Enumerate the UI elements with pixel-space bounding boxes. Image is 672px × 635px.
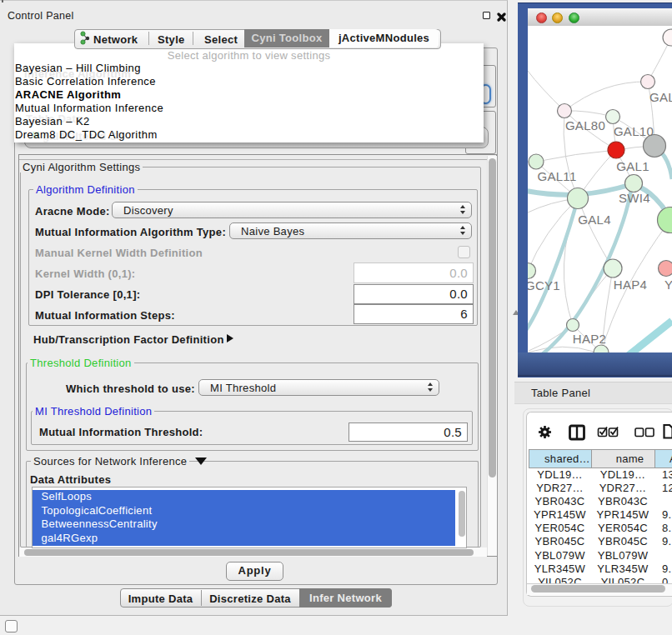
svg-text:GCY1: GCY1 bbox=[528, 278, 560, 292]
svg-text:SWI4: SWI4 bbox=[619, 191, 650, 205]
svg-text:GAL7: GAL7 bbox=[649, 90, 672, 104]
svg-text:HAP2: HAP2 bbox=[573, 332, 606, 346]
svg-text:GAL10: GAL10 bbox=[614, 124, 654, 138]
svg-text:GAL1: GAL1 bbox=[616, 159, 649, 173]
svg-text:GAL11: GAL11 bbox=[537, 169, 576, 183]
svg-text:GAL80: GAL80 bbox=[565, 118, 605, 132]
svg-text:HAP4: HAP4 bbox=[614, 278, 647, 292]
svg-text:Y: Y bbox=[664, 278, 672, 292]
svg-text:GAL4: GAL4 bbox=[578, 212, 611, 227]
